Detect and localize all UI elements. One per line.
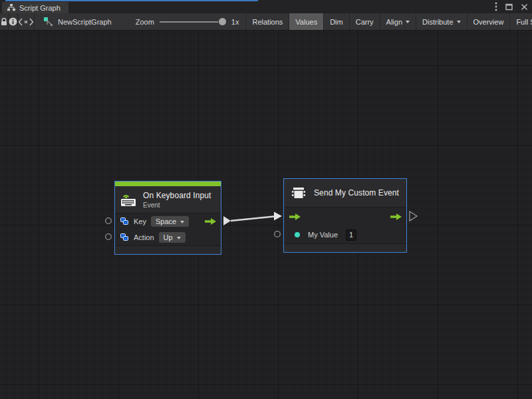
zoom-control: Zoom 1x [136, 13, 239, 30]
action-variable-icon [120, 233, 129, 241]
node-subtitle: Event [143, 201, 211, 209]
node-header: Send My Custom Event [284, 179, 406, 207]
zoom-slider-handle[interactable] [219, 18, 226, 25]
port-my-value-input[interactable] [275, 231, 281, 237]
port-key-input[interactable] [106, 218, 112, 224]
tab-title: Script Graph [19, 4, 61, 12]
breadcrumb[interactable]: NewScriptGraph [35, 13, 118, 30]
chevron-down-icon [180, 221, 184, 223]
zoom-slider-track[interactable] [160, 21, 218, 23]
code-preview-button[interactable] [18, 13, 35, 30]
port-flow-output[interactable] [223, 216, 231, 225]
connection-arrowhead [274, 212, 282, 221]
port-action-input[interactable] [106, 234, 112, 240]
lock-button[interactable] [0, 13, 9, 30]
chevron-down-icon [177, 237, 181, 239]
overview-button[interactable]: Overview [467, 13, 511, 30]
node-on-keyboard-input[interactable]: On Keyboard Input Event Key Space [114, 181, 221, 255]
script-graph-asset-icon [44, 17, 53, 26]
node-body: My Value 1 [284, 207, 406, 244]
flow-out-arrow-icon[interactable] [390, 213, 402, 220]
port-label-key: Key [134, 217, 146, 225]
graph-toolbar: NewScriptGraph Zoom 1x Relations Values … [0, 13, 532, 31]
values-button[interactable]: Values [289, 13, 324, 30]
graph-hierarchy-icon [7, 4, 15, 11]
code-icon [18, 18, 34, 26]
flow-in-arrow-icon[interactable] [289, 213, 301, 220]
port-row-key: Key Space [115, 213, 221, 229]
port-flow-output-unconnected[interactable] [410, 211, 417, 221]
node-footer [115, 246, 221, 254]
graph-name: NewScriptGraph [58, 18, 112, 26]
script-graph-window: Script Graph [0, 0, 532, 399]
node-footer [284, 244, 406, 252]
action-dropdown[interactable]: Up [159, 232, 186, 243]
info-button[interactable] [9, 13, 18, 30]
toolbar-buttons: Relations Values Dim Carry Align Distrib… [245, 13, 532, 30]
relations-button[interactable]: Relations [246, 13, 289, 30]
node-send-my-custom-event[interactable]: Send My Custom Event My Value 1 [283, 178, 407, 253]
graph-canvas[interactable]: On Keyboard Input Event Key Space [0, 31, 532, 399]
node-header: On Keyboard Input Event [115, 186, 221, 213]
lock-icon [0, 17, 8, 26]
connections-overlay [0, 31, 532, 399]
node-title: On Keyboard Input [143, 191, 211, 200]
align-dropdown-button[interactable]: Align [380, 13, 416, 30]
dim-button[interactable]: Dim [324, 13, 350, 30]
close-icon[interactable] [521, 3, 528, 11]
keyboard-icon [120, 193, 137, 207]
node-title: Send My Custom Event [314, 188, 399, 198]
port-label-my-value: My Value [308, 231, 338, 239]
port-label-action: Action [134, 233, 154, 241]
tab-bar: Script Graph [0, 0, 532, 13]
port-row-my-value: My Value 1 [284, 226, 406, 243]
value-port-dot-icon [295, 232, 300, 237]
maximize-icon[interactable] [505, 3, 513, 11]
full-screen-button[interactable]: Full Screen [510, 13, 532, 30]
flow-arrow-icon[interactable] [205, 218, 216, 225]
key-dropdown[interactable]: Space [151, 216, 189, 227]
tab-script-graph[interactable]: Script Graph [2, 2, 68, 13]
node-body: Key Space Action Up [115, 213, 221, 246]
event-accent-bar [115, 182, 221, 186]
chevron-down-icon [457, 21, 461, 23]
kebab-menu-icon[interactable] [495, 2, 497, 11]
keycode-variable-icon [120, 217, 129, 225]
connection-wire[interactable] [231, 217, 274, 221]
my-value-input[interactable]: 1 [346, 229, 356, 241]
info-icon [9, 17, 17, 26]
port-row-flow [284, 207, 406, 226]
carry-button[interactable]: Carry [350, 13, 380, 30]
custom-event-icon [291, 186, 307, 200]
zoom-label: Zoom [136, 18, 154, 26]
port-row-action: Action Up [115, 229, 221, 245]
distribute-dropdown-button[interactable]: Distribute [416, 13, 467, 30]
chevron-down-icon [406, 21, 410, 23]
focus-highlight-line [5, 0, 258, 1]
zoom-value: 1x [231, 18, 239, 26]
